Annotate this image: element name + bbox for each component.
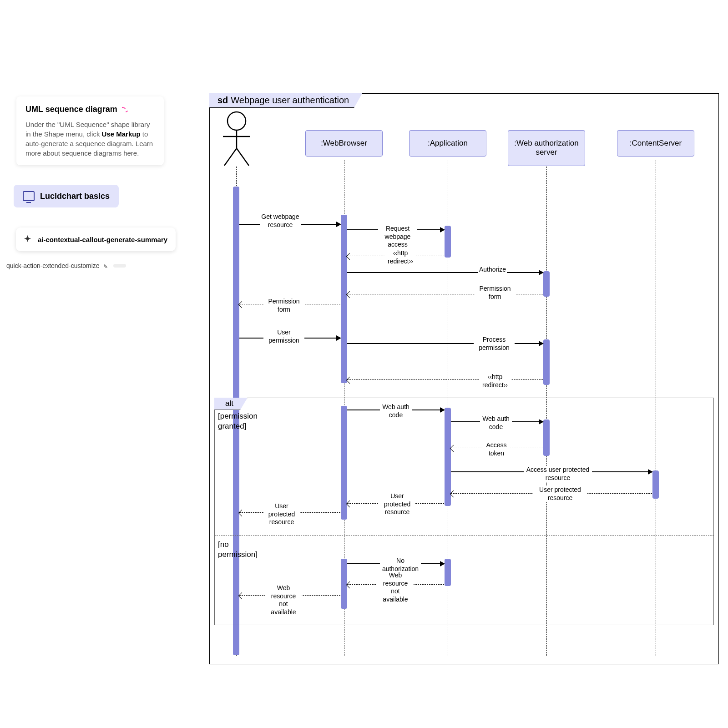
msg-redirect-2 <box>347 379 543 380</box>
label-request-access: Request webpage access <box>378 225 417 249</box>
uml-tip-body: Under the "UML Sequence" shape library i… <box>25 120 155 158</box>
label-perm-form-auth: Permission form <box>475 285 516 301</box>
uml-tip-title: UML sequence diagram <box>25 104 117 115</box>
alt-guard-1: [permission granted] <box>218 411 268 431</box>
alt-guard-2: [no permission] <box>218 540 268 560</box>
monitor-icon <box>23 191 35 201</box>
sd-header: sd Webpage user authentication <box>209 93 362 108</box>
msg-authorize <box>347 272 543 273</box>
ai-summary-callout[interactable]: ai-contextual-callout-generate-summary <box>16 228 176 251</box>
label-access-user-res: Access user protected resource <box>524 466 592 482</box>
label-redirect-2: ‹‹http redirect›› <box>479 373 511 389</box>
activation-app-1 <box>445 226 451 258</box>
quick-action-row[interactable]: quick-action-extended-customize <box>6 262 126 269</box>
lifeline-application[interactable]: :Application <box>409 130 486 157</box>
activation-auth-2 <box>543 339 550 385</box>
quick-action-pill <box>113 264 126 268</box>
lifeline-auth-server[interactable]: :Web authorization server <box>508 130 585 166</box>
label-no-auth: No authorization <box>380 557 421 573</box>
label-access-token: Access token <box>483 441 510 457</box>
svg-point-0 <box>228 112 246 130</box>
label-get-resource: Get webpage resource <box>260 213 301 229</box>
actor-user[interactable] <box>216 111 257 167</box>
label-user-perm: User permission <box>263 329 304 344</box>
label-perm-form-user: Permission form <box>263 298 304 313</box>
label-upr-user: User protected resource <box>263 502 300 526</box>
label-wac-1: Web auth code <box>380 403 412 419</box>
sequence-diagram-canvas[interactable]: sd Webpage user authentication :WebBrows… <box>209 93 719 664</box>
spark-icon <box>120 106 128 113</box>
activation-browser-top <box>341 215 347 383</box>
label-upr-cs: User protected resource <box>533 486 587 502</box>
basics-label: Lucidchart basics <box>40 192 110 201</box>
label-wrna-2: Web resource not available <box>265 584 302 616</box>
ai-callout-label: ai-contextual-callout-generate-summary <box>38 236 167 243</box>
label-wac-2: Web auth code <box>480 415 512 431</box>
label-redirect-1: ‹‹http redirect›› <box>384 249 416 265</box>
pencil-icon <box>103 263 110 269</box>
label-upr-app: User protected resource <box>379 492 415 516</box>
lifeline-content-server[interactable]: :ContentServer <box>617 130 694 157</box>
svg-line-3 <box>224 148 237 166</box>
label-wrna-1: Web resource not available <box>377 571 414 603</box>
svg-line-4 <box>237 148 249 166</box>
activation-auth-1 <box>543 271 550 297</box>
sparkle-icon <box>24 235 33 244</box>
label-authorize: Authorize <box>478 266 507 274</box>
alt-tab: alt <box>214 398 248 410</box>
uml-tip-card: UML sequence diagram Under the "UML Sequ… <box>16 96 164 165</box>
alt-divider <box>214 535 714 536</box>
lifeline-browser[interactable]: :WebBrowser <box>305 130 383 157</box>
lucidchart-basics-card[interactable]: Lucidchart basics <box>14 185 119 207</box>
label-process-perm: Process permission <box>474 336 515 352</box>
